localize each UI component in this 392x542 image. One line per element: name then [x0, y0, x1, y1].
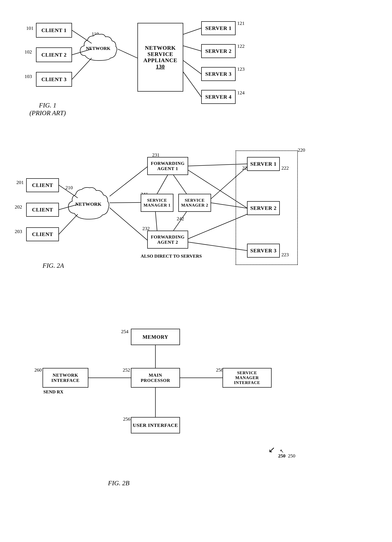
fig2a-sm1-label: SERVICEMANAGER 1: [143, 198, 171, 208]
label-242: 242: [177, 216, 184, 222]
fig2a-server2-label: SERVER 2: [250, 205, 277, 211]
fig2a-diagram: 201 202 203 210 220 221 222 223 231 232 …: [10, 134, 386, 291]
fig1-title: FIG. 1 (PRIOR ART): [29, 101, 66, 117]
svg-line-7: [183, 60, 201, 74]
svg-line-5: [183, 28, 201, 34]
fig2a-server3-label: SERVER 3: [250, 248, 277, 254]
svg-line-6: [183, 46, 201, 51]
label-102: 102: [25, 49, 32, 55]
label-101: 101: [26, 25, 33, 31]
fig2b-send-rx-label: SEND RX: [43, 389, 63, 395]
svg-line-4: [118, 49, 137, 58]
fig2b-user-interface-box: USER INTERFACE: [131, 417, 180, 434]
fig1-client1-box: CLIENT 1: [36, 23, 72, 38]
fig2a-server2-box: SERVER 2: [247, 201, 280, 215]
label-231: 231: [152, 152, 159, 158]
label-201: 201: [16, 179, 24, 185]
fig2a-fa1-box: FORWARDINGAGENT 1: [147, 157, 188, 175]
fig2a-client1-label: CLIENT: [32, 182, 53, 188]
fig1-server1-box: SERVER 1: [201, 21, 236, 35]
fig2b-main-processor-box: MAINPROCESSOR: [131, 368, 180, 388]
fig1-server3-box: SERVER 3: [201, 67, 236, 81]
fig1-client3-label: CLIENT 3: [41, 76, 67, 82]
fig1-server1-label: SERVER 1: [205, 25, 232, 31]
label-202: 202: [15, 204, 22, 210]
svg-line-17: [174, 175, 186, 194]
label-260: 260: [34, 367, 42, 373]
label-121: 121: [237, 21, 245, 26]
fig2b-main-proc-label: MAINPROCESSOR: [141, 373, 170, 383]
fig1-network-cloud: NETWORK: [79, 33, 118, 65]
fig2b-net-iface-label: NETWORKINTERFACE: [51, 373, 80, 383]
fig1-client2-label: CLIENT 2: [41, 52, 67, 58]
fig2b-title: FIG. 2B: [108, 479, 129, 487]
label-124: 124: [237, 90, 245, 96]
fig1-server4-label: SERVER 4: [205, 94, 232, 100]
fig2b-lines: [10, 306, 386, 528]
fig2a-sm1-box: SERVICEMANAGER 1: [141, 194, 174, 212]
fig1-nsa-label: NETWORKSERVICEAPPLIANCE130: [143, 45, 177, 70]
fig1-server2-box: SERVER 2: [201, 44, 236, 58]
svg-text:NETWORK: NETWORK: [75, 201, 102, 207]
label-122: 122: [237, 43, 245, 49]
fig1-client3-box: CLIENT 3: [36, 72, 72, 87]
fig2b-diagram: 254 252 260 258 256 ↖ 250 MEMORY MAINPRO…: [10, 306, 386, 528]
fig2a-note: ALSO DIRECT TO SERVERS: [141, 254, 202, 259]
label-203: 203: [15, 229, 22, 234]
fig2a-server3-box: SERVER 3: [247, 244, 280, 258]
label-103: 103: [25, 74, 32, 79]
fig2a-lines: [10, 134, 386, 291]
fig2a-client1-box: CLIENT: [26, 178, 59, 192]
fig2a-server1-box: SERVER 1: [247, 157, 280, 171]
svg-text:NETWORK: NETWORK: [86, 46, 110, 51]
label-250-text: 250: [288, 453, 295, 459]
fig2a-sm2-box: SERVICEMANAGER 2: [178, 194, 211, 212]
fig2b-svc-mgr-label: SERVICEMANAGERINTERFACE: [234, 370, 260, 385]
label-256: 256: [123, 416, 131, 422]
fig1-client1-label: CLIENT 1: [41, 27, 67, 33]
fig2b-arrow-250: ↙: [268, 445, 275, 454]
label-258: 258: [216, 367, 223, 373]
fig2a-fa1-label: FORWARDINGAGENT 1: [151, 161, 185, 171]
svg-line-14: [110, 208, 147, 240]
fig1-server3-label: SERVER 3: [205, 71, 232, 77]
fig2a-client3-box: CLIENT: [26, 227, 59, 241]
svg-line-15: [110, 202, 141, 203]
fig2a-network-cloud: NETWORK: [67, 186, 110, 224]
fig2a-sm2-label: SERVICEMANAGER 2: [181, 198, 208, 208]
fig2a-title: FIG. 2A: [43, 262, 64, 269]
fig1-diagram: 101 102 103 110 121 122 123 124 CLIENT 1…: [10, 10, 255, 134]
fig1-nsa-number: 130: [156, 64, 165, 70]
fig2a-server1-label: SERVER 1: [250, 161, 277, 167]
fig1-nsa-box: NETWORKSERVICEAPPLIANCE130: [137, 23, 183, 92]
fig2a-client2-box: CLIENT: [26, 203, 59, 217]
fig2b-label-250-val: 250: [278, 453, 285, 459]
fig2b-ui-label: USER INTERFACE: [133, 423, 178, 428]
label-254: 254: [121, 329, 128, 334]
fig1-server4-box: SERVER 4: [201, 90, 236, 104]
label-232: 232: [142, 226, 150, 231]
fig1-client2-box: CLIENT 2: [36, 47, 72, 62]
fig1-server2-label: SERVER 2: [205, 48, 232, 54]
fig2a-client2-label: CLIENT: [32, 207, 53, 213]
fig2a-client3-label: CLIENT: [32, 231, 53, 237]
label-123: 123: [237, 66, 245, 72]
svg-line-16: [157, 175, 168, 194]
fig2b-memory-label: MEMORY: [142, 334, 168, 340]
fig2a-fa2-label: FORWARDINGAGENT 2: [151, 234, 185, 245]
label-252: 252: [123, 367, 130, 373]
fig2a-fa2-box: FORWARDINGAGENT 2: [147, 231, 188, 249]
fig2b-network-interface-box: NETWORKINTERFACE: [43, 368, 88, 388]
svg-line-8: [183, 72, 201, 97]
label-220: 220: [298, 147, 305, 153]
svg-line-18: [155, 212, 157, 231]
fig2b-memory-box: MEMORY: [131, 329, 180, 345]
fig2b-service-manager-interface-box: SERVICEMANAGERINTERFACE: [223, 368, 272, 388]
